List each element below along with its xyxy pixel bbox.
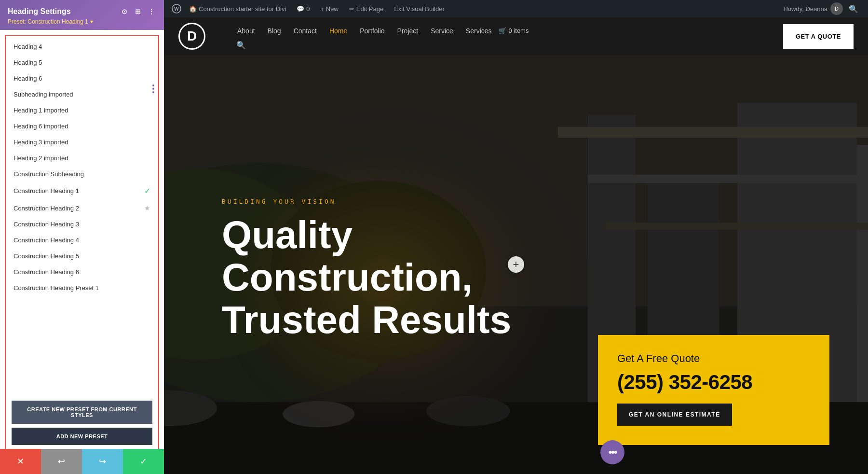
- list-item[interactable]: Construction Heading 2★: [6, 200, 158, 216]
- preset-item-label: Heading 3 imported: [14, 139, 68, 146]
- nav-link-portfolio[interactable]: Portfolio: [354, 23, 390, 39]
- preset-item-label: Construction Heading 4: [14, 237, 79, 244]
- list-item[interactable]: Heading 5: [6, 55, 158, 70]
- list-item[interactable]: Heading 6 imported: [6, 118, 158, 134]
- preset-item-label: Heading 5: [14, 59, 42, 66]
- preset-item-label: Construction Heading 2: [14, 205, 79, 212]
- nav-top-row: AboutBlogContactHomePortfolioProjectServ…: [231, 23, 783, 39]
- hero-inner: BUILDING YOUR VISION Quality Constructio…: [164, 55, 868, 474]
- logo-area: D: [178, 17, 220, 55]
- list-item[interactable]: Construction Heading 1✓: [6, 182, 158, 200]
- nav-link-contact[interactable]: Contact: [288, 23, 323, 39]
- panel-title: Heading Settings: [8, 7, 71, 16]
- admin-howdy: Howdy, Deanna D: [783, 2, 843, 15]
- preset-label[interactable]: Preset: Construction Heading 1 ▾: [8, 18, 156, 25]
- hero-heading: Quality Construction, Trusted Results: [222, 214, 608, 341]
- preset-item-label: Construction Heading 6: [14, 268, 79, 276]
- nav-link-home[interactable]: Home: [324, 23, 353, 39]
- comment-icon: 💬: [297, 5, 304, 13]
- cart-icon: 🛒: [499, 27, 506, 34]
- admin-bar-comments[interactable]: 💬 0: [292, 3, 314, 14]
- list-item[interactable]: Heading 4: [6, 39, 158, 55]
- preset-item-label: Heading 6: [14, 75, 42, 82]
- checkmark-icon: ✓: [144, 186, 150, 195]
- nav-right-area: GET A QUOTE: [783, 17, 854, 55]
- more-icon[interactable]: ⋮: [147, 7, 156, 16]
- preset-item-label: Heading 2 imported: [14, 154, 68, 162]
- preset-list-container: Heading 4Heading 5Heading 6Subheading im…: [5, 35, 159, 469]
- list-item[interactable]: Construction Subheading: [6, 166, 158, 182]
- columns-icon[interactable]: ⊞: [133, 7, 143, 16]
- quote-card: Get A Free Quote (255) 352-6258 GET AN O…: [598, 335, 829, 445]
- nav-link-service[interactable]: Service: [425, 23, 459, 39]
- add-preset-button[interactable]: ADD NEW PRESET: [12, 428, 152, 445]
- admin-search-icon[interactable]: 🔍: [845, 2, 862, 15]
- preset-item-label: Construction Heading 5: [14, 252, 79, 260]
- list-item[interactable]: Construction Heading 4: [6, 232, 158, 248]
- quote-card-title: Get A Free Quote: [617, 352, 810, 365]
- preset-item-label: Heading 6 imported: [14, 123, 68, 130]
- preset-list: Heading 4Heading 5Heading 6Subheading im…: [6, 36, 158, 396]
- list-item[interactable]: Heading 3 imported: [6, 134, 158, 150]
- dropdown-icon: ▾: [90, 18, 93, 25]
- list-item[interactable]: Subheading imported: [6, 86, 158, 102]
- nav-cart[interactable]: 🛒0 items: [499, 27, 529, 34]
- admin-bar-new[interactable]: + New: [316, 3, 343, 14]
- site-navigation: D AboutBlogContactHomePortfolioProjectSe…: [164, 17, 868, 55]
- site-nav-inner: D AboutBlogContactHomePortfolioProjectSe…: [164, 17, 868, 55]
- website-preview: W 🏠 Construction starter site for Divi 💬…: [164, 0, 868, 474]
- list-item[interactable]: Construction Heading 5: [6, 248, 158, 264]
- list-item[interactable]: Heading 6: [6, 70, 158, 86]
- svg-text:W: W: [174, 6, 179, 12]
- admin-bar-right: Howdy, Deanna D 🔍: [783, 2, 862, 15]
- list-item[interactable]: Construction Heading 3: [6, 216, 158, 232]
- preset-item-label: Construction Heading 3: [14, 221, 79, 228]
- preset-item-label: Heading 4: [14, 43, 42, 50]
- admin-site-icon: 🏠: [189, 5, 197, 13]
- hero-section: BUILDING YOUR VISION Quality Constructio…: [164, 55, 868, 474]
- nav-link-blog[interactable]: Blog: [262, 23, 287, 39]
- list-item[interactable]: Construction Heading Preset 1: [6, 280, 158, 296]
- admin-bar-exit-builder[interactable]: Exit Visual Builder: [389, 3, 449, 14]
- admin-avatar: D: [830, 2, 843, 15]
- get-quote-button[interactable]: GET A QUOTE: [783, 24, 854, 49]
- panel-title-icons: ⊙ ⊞ ⋮: [120, 7, 156, 16]
- hero-tagline: BUILDING YOUR VISION: [222, 198, 810, 205]
- save-button[interactable]: ✓: [123, 449, 164, 474]
- preset-item-label: Construction Heading Preset 1: [14, 284, 99, 292]
- list-item[interactable]: Heading 1 imported: [6, 102, 158, 118]
- undo-button[interactable]: ↩: [41, 449, 82, 474]
- admin-bar-edit[interactable]: ✏ Edit Page: [344, 3, 388, 14]
- site-logo[interactable]: D: [178, 23, 205, 50]
- preset-item-label: Heading 1 imported: [14, 107, 68, 114]
- nav-link-services[interactable]: Services: [460, 23, 498, 39]
- heading-settings-panel: Heading Settings ⊙ ⊞ ⋮ Preset: Construct…: [0, 0, 164, 474]
- panel-header: Heading Settings ⊙ ⊞ ⋮ Preset: Construct…: [0, 0, 164, 30]
- panel-title-row: Heading Settings ⊙ ⊞ ⋮: [8, 7, 156, 16]
- online-estimate-button[interactable]: GET AN ONLINE ESTIMATE: [617, 404, 732, 426]
- cancel-button[interactable]: ✕: [0, 449, 41, 474]
- wp-admin-bar: W 🏠 Construction starter site for Divi 💬…: [164, 0, 868, 17]
- redo-button[interactable]: ↪: [82, 449, 123, 474]
- wp-logo[interactable]: W: [170, 2, 183, 15]
- nav-link-project[interactable]: Project: [392, 23, 424, 39]
- preset-item-label: Subheading imported: [14, 91, 73, 98]
- nav-bottom-row: 🔍: [231, 39, 783, 50]
- bottom-toolbar: ✕ ↩ ↪ ✓: [0, 449, 164, 474]
- nav-link-about[interactable]: About: [231, 23, 261, 39]
- preset-item-label: Construction Heading 1: [14, 187, 79, 195]
- edit-icon: ✏: [349, 5, 354, 13]
- quote-card-phone: (255) 352-6258: [617, 371, 810, 394]
- nav-main-area: AboutBlogContactHomePortfolioProjectServ…: [231, 17, 783, 55]
- floating-dots-button[interactable]: •••: [600, 440, 624, 464]
- settings-icon[interactable]: ⊙: [120, 7, 129, 16]
- list-item[interactable]: Heading 2 imported: [6, 150, 158, 166]
- list-item[interactable]: Construction Heading 6: [6, 264, 158, 280]
- admin-bar-site[interactable]: 🏠 Construction starter site for Divi: [184, 3, 291, 14]
- create-preset-button[interactable]: CREATE NEW PRESET FROM CURRENT STYLES: [12, 401, 152, 424]
- star-icon: ★: [144, 204, 150, 212]
- nav-search-icon[interactable]: 🔍: [236, 41, 246, 50]
- add-section-button[interactable]: +: [508, 256, 524, 273]
- context-menu-dots[interactable]: [152, 84, 154, 93]
- preset-item-label: Construction Subheading: [14, 170, 84, 178]
